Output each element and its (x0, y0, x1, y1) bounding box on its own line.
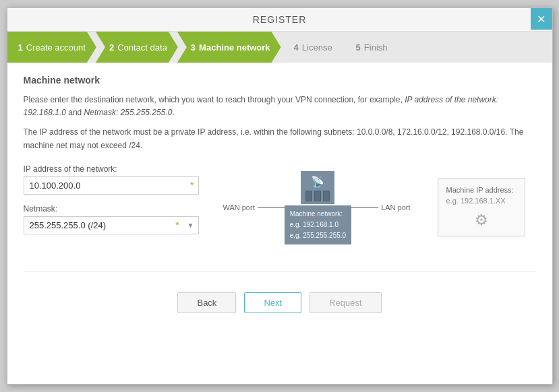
description-2: The IP address of the network must be a … (24, 126, 536, 152)
form-section: IP address of the network: * Netmask: 25… (24, 164, 199, 234)
machine-ip-sub: e.g. 192.168.1.XX (446, 197, 517, 205)
step-4-label: License (302, 42, 332, 53)
step-5[interactable]: 5 Finish (343, 32, 399, 63)
register-dialog: REGISTER ✕ 1 Create account 2 Contact da… (7, 7, 553, 385)
lan-line (351, 207, 378, 208)
port-3 (323, 191, 330, 201)
step-2[interactable]: 2 Contact data (96, 32, 178, 63)
close-button[interactable]: ✕ (531, 8, 552, 30)
machine-ip-title: Machine IP address: (446, 186, 517, 194)
ip-input-wrapper: * (24, 176, 199, 195)
wan-label: WAN port (223, 203, 254, 211)
form-diagram-row: IP address of the network: * Netmask: 25… (24, 164, 536, 244)
step-3[interactable]: 3 Machine network (177, 32, 281, 63)
netmask-required-icon: * (171, 220, 183, 230)
lan-label: LAN port (381, 203, 410, 211)
back-button[interactable]: Back (177, 292, 236, 313)
port-1 (305, 191, 312, 201)
ip-label: IP address of the network: (24, 164, 199, 174)
gear-icon: ⚙ (446, 211, 517, 229)
content-area: Machine network Please enter the destina… (7, 63, 552, 339)
network-line1: Machine network: (290, 209, 346, 220)
netmask-select[interactable]: 255.255.255.0 (/24) (24, 217, 172, 234)
netmask-select-wrapper: 255.255.255.0 (/24) * ▼ (24, 216, 199, 234)
step-5-num: 5 (356, 42, 361, 53)
desc1-end: . (172, 108, 174, 117)
desc1-start: Please enter the destination network, wh… (24, 95, 405, 104)
network-bubble: Machine network: e.g. 192.168.1.0 e.g. 2… (285, 205, 351, 244)
step-1-label: Create account (26, 42, 86, 53)
network-line2: e.g. 192.168.1.0 (290, 220, 346, 230)
router-icon: 📡 (311, 175, 324, 188)
chevron-down-icon: ▼ (183, 222, 198, 229)
section-title: Machine network (24, 75, 536, 86)
step-1-num: 1 (18, 42, 23, 53)
machine-box: Machine IP address: e.g. 192.168.1.XX ⚙ (438, 178, 525, 236)
step-3-num: 3 (191, 42, 196, 53)
steps-bar: 1 Create account 2 Contact data 3 Machin… (7, 32, 552, 63)
step-1[interactable]: 1 Create account (7, 32, 96, 63)
router-body: 📡 (301, 171, 334, 204)
diagram-inner: WAN port 📡 (223, 171, 525, 244)
title-bar: REGISTER ✕ (7, 8, 552, 32)
request-button: Request (310, 292, 381, 313)
wan-line (258, 207, 285, 208)
network-line3: e.g. 255.255.255.0 (290, 230, 346, 241)
step-2-label: Contact data (117, 42, 167, 53)
description-1: Please enter the destination network, wh… (24, 94, 536, 119)
dialog-title: REGISTER (253, 14, 307, 25)
step-4-num: 4 (294, 42, 299, 53)
netmask-label: Netmask: (24, 204, 199, 214)
step-4[interactable]: 4 License (281, 32, 343, 63)
desc1-italic2: Netmask: 255.255.255.0 (84, 108, 173, 117)
ip-required-icon: * (186, 180, 198, 191)
ip-input[interactable] (24, 177, 187, 194)
router-ports (305, 191, 330, 201)
step-2-num: 2 (109, 42, 114, 53)
network-diagram: WAN port 📡 (212, 171, 536, 244)
port-2 (314, 191, 321, 201)
step-3-label: Machine network (199, 42, 270, 53)
footer: Back Next Request (24, 271, 536, 327)
router: 📡 Machine network: e.g. 192.168.1.0 e (285, 171, 351, 244)
next-button[interactable]: Next (244, 292, 301, 313)
step-5-label: Finish (364, 42, 388, 53)
desc1-mid: and (66, 108, 84, 117)
